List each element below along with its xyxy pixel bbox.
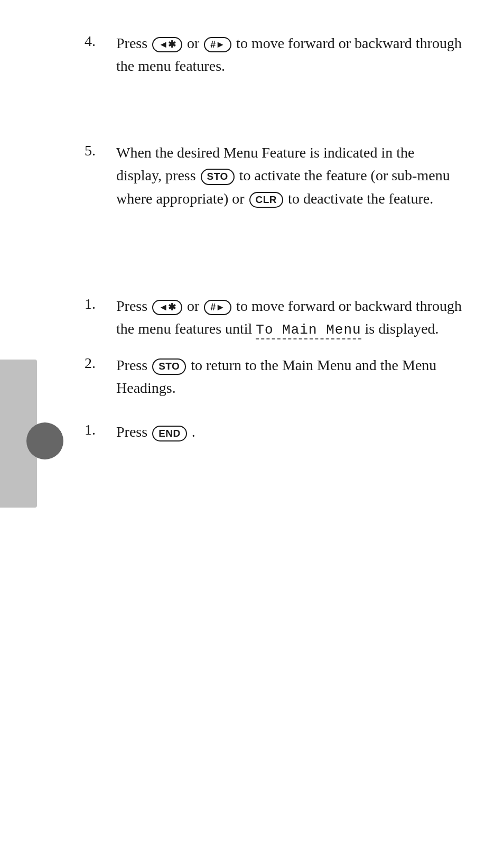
sto-button-2[interactable]: STO xyxy=(152,358,186,375)
last-step-number: 1. xyxy=(85,420,116,438)
step-4-number: 4. xyxy=(85,32,116,50)
bottom-circle xyxy=(26,422,63,459)
sub-steps-section: 1. Press ◄✱ or #► to move forward or bac… xyxy=(85,295,462,399)
page-container: 4. Press ◄✱ or #► to move forward or bac… xyxy=(0,0,504,481)
hash-button-2[interactable]: #► xyxy=(204,300,231,315)
step-5-block: 5. When the desired Menu Feature is indi… xyxy=(85,141,462,210)
hash-button[interactable]: #► xyxy=(204,37,231,52)
last-step-content: Press END . xyxy=(116,420,462,443)
step-5-content: When the desired Menu Feature is indicat… xyxy=(116,141,462,210)
sub-step-1-block: 1. Press ◄✱ or #► to move forward or bac… xyxy=(85,295,462,341)
sto-button-1[interactable]: STO xyxy=(201,169,235,185)
end-button[interactable]: END xyxy=(152,426,187,442)
sub-step-2-content: Press STO to return to the Main Menu and… xyxy=(116,354,462,400)
sub-step-2-number: 2. xyxy=(85,354,116,372)
last-step-block: 1. Press END . xyxy=(85,420,462,443)
step-5-number: 5. xyxy=(85,141,116,159)
sub-step-1-content: Press ◄✱ or #► to move forward or backwa… xyxy=(116,295,462,341)
sub-step-1-number: 1. xyxy=(85,295,116,312)
sub-step-2-block: 2. Press STO to return to the Main Menu … xyxy=(85,354,462,400)
clr-button[interactable]: CLR xyxy=(249,192,284,208)
display-text: To Main Menu xyxy=(256,322,361,339)
step-4-block: 4. Press ◄✱ or #► to move forward or bac… xyxy=(85,32,462,78)
step-4-content: Press ◄✱ or #► to move forward or backwa… xyxy=(116,32,462,78)
star-button[interactable]: ◄✱ xyxy=(152,37,182,52)
star-button-2[interactable]: ◄✱ xyxy=(152,300,182,315)
